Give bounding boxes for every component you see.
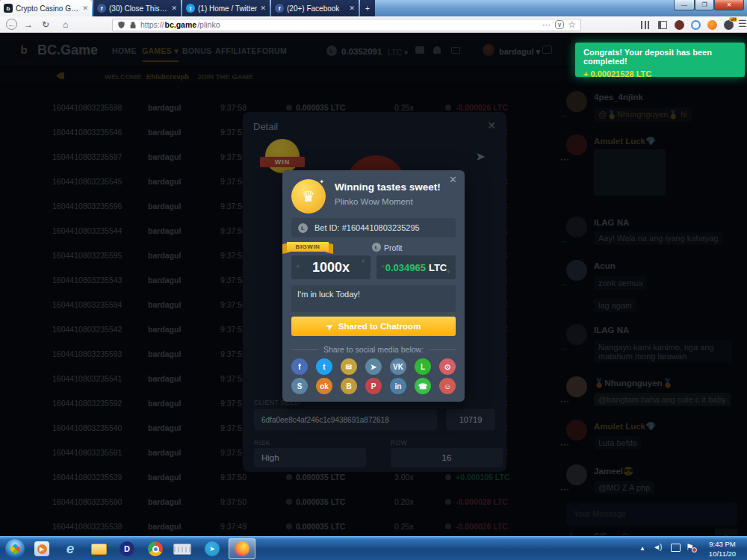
avatar[interactable] (566, 324, 587, 345)
nav-games[interactable]: GAMES ▾ (142, 46, 179, 62)
currency-dropdown[interactable]: LTC ▾ (388, 48, 408, 57)
start-button[interactable] (5, 539, 25, 559)
social-share-icon[interactable]: ⊙ (439, 358, 456, 375)
adblock-extension-icon[interactable] (675, 20, 684, 30)
social-share-icon[interactable]: in (390, 378, 406, 394)
nav-home[interactable]: HOME (112, 46, 137, 55)
social-share-icon[interactable]: f (291, 358, 308, 375)
tab-crypto-casino[interactable]: b Crypto Casino Games - The 16 ✕ (0, 0, 92, 16)
window-close-button[interactable]: ✕ (714, 0, 744, 10)
bet-row[interactable]: 1604410803235590 bardagul 9:37:50 0.0000… (0, 490, 557, 514)
url-bar[interactable]: https://bc.game/plinko ⋯ ∨ ☆ (112, 19, 581, 31)
social-share-icon[interactable]: ✉ (341, 358, 357, 375)
tab-facebook[interactable]: f (20+) Facebook ✕ (271, 0, 359, 16)
chat-image-message[interactable] (594, 149, 666, 196)
avatar[interactable] (566, 91, 587, 112)
avatar[interactable] (566, 464, 587, 485)
tab-close-icon[interactable]: ✕ (349, 4, 355, 12)
tab-close-icon[interactable]: ✕ (260, 4, 266, 12)
social-share-icon[interactable]: P (365, 378, 382, 394)
tray-action-center-flag-icon[interactable]: ⚑ (686, 542, 694, 553)
taskbar-media-player[interactable]: ▶ (33, 540, 51, 558)
taskbar-d-app[interactable]: D (118, 540, 136, 558)
chat-username[interactable]: Amulet Luck💎 (594, 136, 656, 146)
tracking-shield-icon[interactable] (117, 21, 125, 29)
social-share-icon[interactable]: ☺ (439, 378, 456, 394)
taskbar-chrome[interactable] (146, 540, 164, 558)
dialog-close-icon[interactable]: ✕ (487, 119, 496, 131)
taskbar-internet-explorer[interactable]: e (61, 540, 79, 558)
picture-icon[interactable] (542, 46, 552, 54)
library-icon[interactable] (641, 21, 651, 29)
social-share-icon[interactable]: S (291, 378, 308, 394)
taskbar-onscreen-keyboard[interactable] (173, 540, 191, 558)
chat-username[interactable]: ILAG NA (594, 218, 629, 227)
share-message-input[interactable]: I'm in luck Today! (291, 285, 456, 312)
bookmark-star-icon[interactable]: ☆ (568, 19, 576, 30)
avatar[interactable] (566, 217, 587, 237)
chat-username[interactable]: Amulet Luck💎 (594, 421, 656, 432)
send-message-button[interactable]: ➤ (715, 529, 737, 536)
username[interactable]: bardagul ▾ (499, 47, 540, 57)
mail-icon[interactable] (451, 47, 460, 54)
share-arrow-icon[interactable]: ➤ (476, 149, 486, 164)
emoji-button[interactable]: ☺ (621, 530, 630, 536)
tab-close-icon[interactable]: ✕ (171, 4, 177, 12)
chat-username[interactable]: Acun (594, 261, 616, 270)
new-tab-button[interactable]: + (360, 0, 375, 16)
social-share-icon[interactable]: B (341, 378, 357, 394)
nav-forum[interactable]: FORUM (257, 46, 287, 55)
forward-icon[interactable]: → (24, 19, 33, 31)
hamburger-menu-icon[interactable]: ☰ (738, 18, 747, 30)
bcgame-logo-icon[interactable]: b (15, 41, 33, 59)
avatar[interactable] (566, 260, 587, 281)
shield-extension-icon[interactable] (691, 20, 701, 30)
metamask-fox-icon[interactable] (707, 20, 717, 30)
page-actions-icon[interactable]: ⋯ (542, 20, 551, 29)
taskbar-file-explorer[interactable] (90, 540, 108, 558)
avatar[interactable] (566, 134, 587, 155)
chat-username[interactable]: ILAG NA (594, 326, 629, 335)
chat-username[interactable]: 4pes_4njink (594, 93, 643, 102)
bcgame-logo-text[interactable]: BC.Game (37, 43, 98, 58)
bet-row[interactable]: 1604410803235538 bardagul 9:37:49 0.0000… (0, 514, 557, 536)
user-avatar[interactable] (483, 44, 495, 56)
popup-close-icon[interactable]: ✕ (449, 174, 457, 185)
social-share-icon[interactable]: VK (390, 358, 406, 375)
social-share-icon[interactable]: ➤ (365, 358, 382, 375)
profile-icon[interactable] (433, 46, 441, 54)
avatar[interactable] (566, 420, 587, 441)
social-share-icon[interactable]: ☎ (415, 378, 431, 394)
announce-username[interactable]: Ehlsbcrxvpb (146, 72, 189, 81)
taskbar-firefox-active[interactable] (229, 538, 255, 559)
nav-affiliate[interactable]: AFFILIATE (215, 46, 257, 55)
back-icon[interactable]: ← (6, 19, 17, 30)
social-share-icon[interactable]: ok (316, 378, 332, 394)
tray-network-icon[interactable] (671, 544, 681, 552)
home-icon[interactable]: ⌂ (63, 19, 68, 31)
social-share-icon[interactable]: t (316, 358, 332, 375)
tray-expand-icon[interactable]: ▲ (639, 545, 645, 552)
reload-icon[interactable]: ↻ (42, 19, 49, 31)
deposit-toast[interactable]: Congrats! Your deposit has been complete… (575, 43, 745, 77)
chat-username[interactable]: Jameel😎 (594, 466, 633, 476)
tray-volume-icon[interactable]: ◄) (653, 543, 661, 551)
window-minimize-button[interactable]: — (674, 0, 695, 10)
chat-username[interactable]: 🏅Nhungnguyen🏅 (594, 378, 673, 388)
social-share-icon[interactable]: L (415, 358, 431, 375)
pocket-icon[interactable]: ∨ (555, 20, 565, 29)
share-to-chatroom-button[interactable]: ➤ Shared to Chatroom (291, 317, 456, 336)
tray-clock[interactable]: 9:43 PM 10/11/20 (701, 539, 744, 559)
nav-bonus[interactable]: BONUS (182, 46, 211, 55)
extension-off-icon[interactable]: off (724, 20, 734, 30)
chat-message: Luta befds (594, 436, 641, 449)
sidebar-icon[interactable] (658, 21, 667, 29)
tab-twitter[interactable]: t (1) Home / Twitter ✕ (182, 0, 270, 16)
avatar[interactable] (566, 376, 587, 397)
tab-facebook-close[interactable]: f (30) Close This Tab ✕ (93, 0, 181, 16)
taskbar-telegram[interactable]: ➤ (203, 540, 221, 558)
window-maximize-button[interactable]: ❐ (695, 0, 714, 10)
chat-input[interactable] (566, 502, 737, 526)
tab-close-icon[interactable]: ✕ (82, 4, 88, 12)
wallet-icon[interactable] (415, 46, 424, 54)
